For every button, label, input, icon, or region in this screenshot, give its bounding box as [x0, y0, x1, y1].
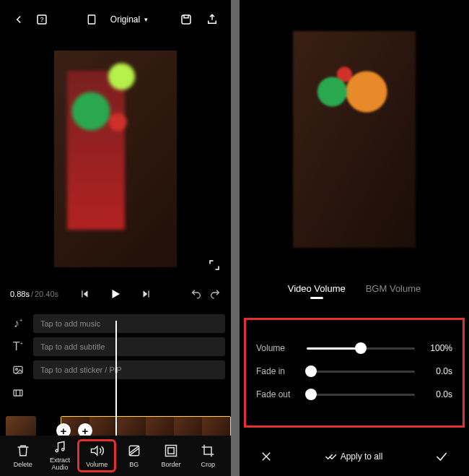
tool-bg[interactable]: BG: [116, 441, 152, 471]
music-icon: ♪+: [10, 317, 26, 330]
svg-rect-8: [149, 290, 149, 297]
volume-slider[interactable]: [307, 347, 415, 350]
tab-label: Video Volume: [288, 283, 346, 294]
fadeout-label: Fade out: [256, 389, 298, 399]
svg-rect-22: [168, 448, 174, 454]
help-icon[interactable]: ?: [33, 11, 51, 28]
sticker-icon: [10, 364, 26, 376]
svg-point-16: [61, 449, 63, 451]
tool-label: Extract Audio: [42, 457, 78, 472]
row-fadeout: Fade out 0.0s: [256, 389, 452, 399]
apply-to-all-button[interactable]: Apply to all: [325, 451, 383, 462]
aspect-label[interactable]: Original: [110, 14, 140, 25]
tool-label: Delete: [14, 461, 32, 468]
tool-label: BG: [129, 461, 139, 468]
svg-rect-3: [182, 15, 190, 24]
tool-volume[interactable]: Volume: [79, 441, 115, 471]
transport-bar: 0.88s / 20.40s: [0, 279, 231, 309]
confirm-icon[interactable]: [434, 449, 449, 464]
fadein-value: 0.0s: [424, 366, 452, 376]
tool-border[interactable]: Border: [153, 441, 189, 471]
volume-label: Volume: [256, 343, 298, 353]
back-icon[interactable]: [10, 11, 27, 28]
svg-marker-6: [113, 290, 120, 298]
tool-label: Crop: [201, 461, 216, 468]
bottom-toolbar: Delete Extract Audio Volume BG Border Cr…: [0, 436, 231, 476]
add-sticker-button[interactable]: Tap to add sticker / PiP: [33, 360, 225, 379]
volume-value: 100%: [424, 343, 452, 353]
tab-bgm-volume[interactable]: BGM Volume: [366, 283, 421, 299]
video-track-icon: [10, 387, 26, 399]
panel-bottom-bar: Apply to all: [240, 437, 469, 476]
tab-label: BGM Volume: [366, 283, 421, 294]
row-fadein: Fade in 0.0s: [256, 366, 452, 376]
tool-crop[interactable]: Crop: [190, 441, 226, 471]
svg-text:?: ?: [40, 16, 43, 23]
svg-point-15: [56, 449, 58, 451]
tool-label: Volume: [86, 461, 108, 468]
svg-rect-11: [14, 390, 22, 396]
play-icon[interactable]: [109, 287, 122, 300]
row-volume: Volume 100%: [256, 343, 452, 353]
export-icon[interactable]: [203, 11, 221, 28]
video-preview[interactable]: [54, 51, 177, 267]
add-subtitle-button[interactable]: Tap to add subtitle: [33, 337, 225, 356]
svg-marker-4: [84, 290, 88, 297]
save-icon[interactable]: [177, 11, 195, 28]
editor-screen: ? Original ▾ 0.88s / 20.40s: [0, 0, 231, 476]
fadein-slider[interactable]: [307, 371, 415, 373]
svg-point-10: [16, 368, 18, 371]
top-bar: ? Original ▾: [0, 0, 231, 39]
next-frame-icon[interactable]: [141, 287, 151, 300]
check-all-icon: [325, 451, 336, 462]
preview-area: [0, 39, 231, 279]
tab-indicator: [310, 297, 323, 299]
svg-rect-21: [165, 446, 176, 456]
preview-area: [240, 0, 469, 279]
fadeout-value: 0.0s: [424, 389, 452, 399]
aspect-icon[interactable]: [83, 11, 100, 28]
svg-marker-7: [144, 290, 148, 297]
svg-marker-17: [92, 446, 97, 455]
fadeout-slider[interactable]: [307, 394, 415, 396]
cancel-icon[interactable]: [260, 450, 273, 463]
tool-label: Border: [161, 461, 180, 468]
subtitle-icon: T+: [10, 340, 26, 353]
add-music-button[interactable]: Tap to add music: [33, 314, 225, 333]
tab-video-volume[interactable]: Video Volume: [288, 283, 346, 299]
volume-panel-screen: Video Volume BGM Volume Volume 100% Fade…: [240, 0, 469, 476]
fullscreen-icon[interactable]: [208, 259, 221, 272]
video-preview[interactable]: [293, 31, 416, 248]
tool-extract-audio[interactable]: Extract Audio: [42, 437, 78, 475]
svg-rect-5: [82, 290, 82, 297]
aspect-chevron-icon[interactable]: ▾: [144, 16, 148, 23]
fadein-label: Fade in: [256, 366, 298, 376]
volume-tabs: Video Volume BGM Volume: [240, 279, 469, 300]
apply-label: Apply to all: [341, 451, 383, 462]
tool-delete[interactable]: Delete: [5, 441, 41, 471]
svg-rect-2: [88, 15, 95, 24]
volume-controls: Volume 100% Fade in 0.0s Fade out 0.0s: [244, 318, 465, 428]
prev-frame-icon[interactable]: [80, 287, 90, 300]
